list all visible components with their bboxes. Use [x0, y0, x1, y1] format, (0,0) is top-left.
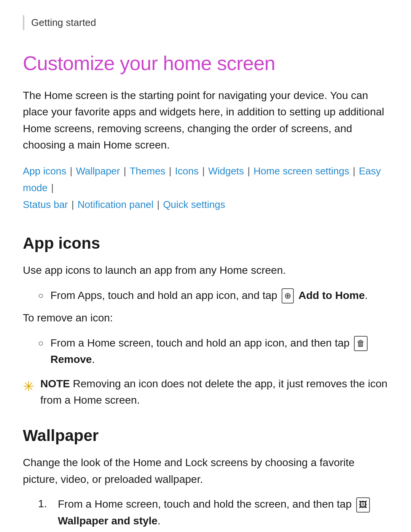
nav-separator: | [154, 199, 162, 210]
bullet-remove: ○ From a Home screen, touch and hold an … [38, 335, 388, 368]
nav-separator: | [121, 165, 129, 177]
nav-separator: | [350, 165, 358, 177]
section-title-app-icons: App icons [23, 231, 388, 255]
section-intro-app-icons: Use app icons to launch an app from any … [23, 262, 388, 278]
bullet-add-to-home: ○ From Apps, touch and hold an app icon,… [38, 287, 388, 304]
breadcrumb: Getting started [23, 15, 388, 30]
nav-separator: | [67, 165, 75, 177]
ordered-marker-1: 1. [38, 496, 52, 512]
trash-icon: 🗑 [354, 336, 368, 351]
section-intro-wallpaper: Change the look of the Home and Lock scr… [23, 454, 388, 487]
nav-link-wallpaper[interactable]: Wallpaper [76, 165, 120, 177]
nav-links-container: App icons | Wallpaper | Themes | Icons |… [23, 163, 388, 213]
note-gear-icon: ✳ [23, 376, 34, 397]
ordered-text-1: From a Home screen, touch and hold the s… [58, 496, 388, 529]
nav-link-themes[interactable]: Themes [130, 165, 166, 177]
nav-separator: | [48, 182, 54, 193]
nav-separator: | [245, 165, 253, 177]
circle-bullet-icon: ○ [38, 289, 44, 302]
page-title: Customize your home screen [23, 48, 388, 78]
add-to-home-text: From Apps, touch and hold an app icon, a… [51, 287, 368, 304]
nav-link-home-screen-settings[interactable]: Home screen settings [253, 165, 349, 177]
intro-paragraph: The Home screen is the starting point fo… [23, 87, 388, 153]
note-box: ✳ NOTE Removing an icon does not delete … [23, 375, 388, 409]
nav-separator: | [199, 165, 207, 177]
wallpaper-ordered-list: 1. From a Home screen, touch and hold th… [38, 496, 388, 532]
wallpaper-icon: 🖼 [356, 497, 370, 513]
nav-separator: | [166, 165, 174, 177]
section-app-icons: App icons Use app icons to launch an app… [23, 231, 388, 408]
nav-link-quick-settings[interactable]: Quick settings [163, 199, 225, 210]
circle-bullet-icon-2: ○ [38, 336, 44, 350]
section-title-wallpaper: Wallpaper [23, 423, 388, 447]
to-remove-label: To remove an icon: [23, 310, 388, 326]
nav-link-notification-panel[interactable]: Notification panel [78, 199, 153, 210]
remove-text: From a Home screen, touch and hold an ap… [51, 335, 389, 368]
nav-separator: | [69, 199, 77, 210]
nav-link-widgets[interactable]: Widgets [208, 165, 244, 177]
add-to-home-icon: ⊕ [282, 288, 294, 304]
note-text: NOTE Removing an icon does not delete th… [40, 375, 388, 409]
ordered-item-1: 1. From a Home screen, touch and hold th… [38, 496, 388, 529]
section-wallpaper: Wallpaper Change the look of the Home an… [23, 423, 388, 532]
nav-link-app-icons[interactable]: App icons [23, 165, 66, 177]
nav-link-status-bar[interactable]: Status bar [23, 199, 68, 210]
nav-link-icons[interactable]: Icons [175, 165, 199, 177]
